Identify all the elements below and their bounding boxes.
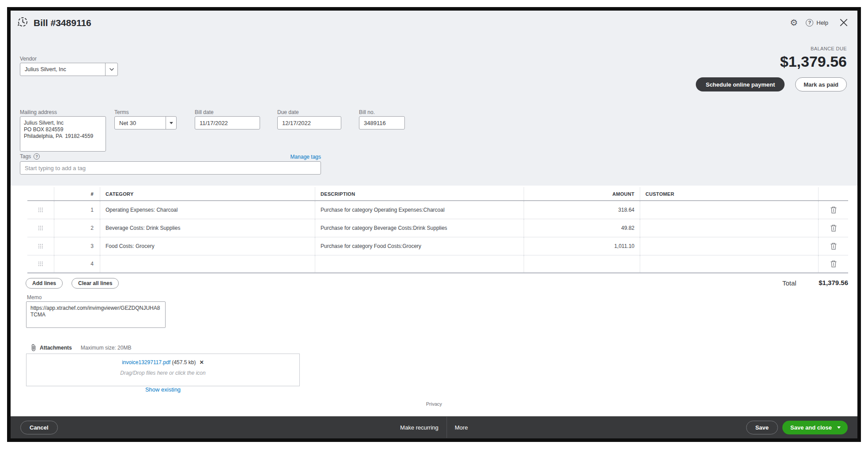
description-cell[interactable]: Purchase for category Food Costs:Grocery	[315, 237, 524, 255]
total-value: $1,379.56	[819, 279, 848, 286]
drag-handle-icon[interactable]	[38, 261, 43, 266]
category-header: CATEGORY	[100, 187, 315, 200]
terms-caret-icon	[166, 117, 176, 129]
save-and-close-button[interactable]: Save and close	[782, 421, 848, 434]
amount-cell[interactable]	[524, 255, 640, 272]
tags-placeholder: Start typing to add a tag	[20, 165, 86, 171]
trash-icon[interactable]	[830, 260, 837, 267]
add-lines-button[interactable]: Add lines	[26, 278, 63, 289]
description-cell[interactable]: Purchase for category Operating Expenses…	[315, 201, 524, 219]
tags-label: Tags	[20, 153, 31, 160]
chevron-down-icon	[105, 63, 117, 76]
due-date-field[interactable]: 12/17/2022	[277, 116, 341, 129]
terms-label: Terms	[114, 109, 129, 115]
gear-icon[interactable]: ⚙	[790, 18, 798, 27]
mark-as-paid-button[interactable]: Mark as paid	[795, 77, 847, 91]
clear-all-lines-button[interactable]: Clear all lines	[72, 278, 119, 289]
more-button[interactable]: More	[455, 424, 468, 431]
top-panel	[11, 11, 857, 186]
remove-attachment-icon[interactable]: ✕	[200, 359, 204, 365]
show-existing-link[interactable]: Show existing	[145, 386, 181, 393]
mailing-address-label: Mailing address	[20, 109, 57, 115]
customer-cell[interactable]	[640, 255, 819, 272]
manage-tags-link[interactable]: Manage tags	[291, 154, 321, 160]
table-header-row: # CATEGORY DESCRIPTION AMOUNT CUSTOMER	[27, 187, 848, 201]
drag-handle-icon[interactable]	[38, 225, 43, 231]
attachment-file-size: (457.5 kb)	[172, 359, 196, 365]
trash-column-header	[819, 187, 848, 200]
footer-bar: Cancel Make recurring More Save Save and…	[11, 416, 857, 438]
amount-cell[interactable]: 49.82	[524, 219, 640, 237]
help-label: Help	[816, 19, 828, 26]
attachment-file-link[interactable]: invoice13297117.pdf	[122, 359, 170, 365]
amount-cell[interactable]: 1,011.10	[524, 237, 640, 255]
due-date-label: Due date	[277, 109, 299, 115]
table-row: 2 Beverage Costs: Drink Supplies Purchas…	[27, 219, 848, 237]
category-cell[interactable]: Food Costs: Grocery	[100, 237, 315, 255]
category-cell[interactable]: Beverage Costs: Drink Supplies	[100, 219, 315, 237]
drag-column-header	[27, 187, 54, 200]
privacy-link[interactable]: Privacy	[426, 401, 442, 407]
due-date-value: 12/17/2022	[278, 120, 341, 126]
bill-no-field[interactable]: 3489116	[359, 116, 405, 129]
dropzone-hint: Drag/Drop files here or click the icon	[26, 370, 299, 376]
footer-divider	[446, 417, 447, 438]
bill-date-label: Bill date	[195, 109, 214, 115]
category-cell[interactable]: Operating Expenses: Charcoal	[100, 201, 315, 219]
attachments-dropzone[interactable]: invoice13297117.pdf (457.5 kb) ✕ Drag/Dr…	[26, 354, 300, 386]
row-number: 2	[54, 219, 100, 237]
customer-cell[interactable]	[640, 219, 819, 237]
terms-value: Net 30	[115, 120, 166, 126]
schedule-online-payment-button[interactable]: Schedule online payment	[696, 77, 785, 91]
drag-handle-icon[interactable]	[38, 207, 43, 213]
num-header: #	[54, 187, 100, 200]
close-icon[interactable]	[839, 18, 849, 27]
bill-date-value: 11/17/2022	[195, 120, 260, 126]
save-and-close-label: Save and close	[790, 424, 832, 431]
amount-cell[interactable]: 318.64	[524, 201, 640, 219]
vendor-label: Vendor	[20, 56, 37, 62]
recent-transactions-icon[interactable]	[17, 16, 29, 30]
bill-window: Bill #3489116 ⚙ ? Help Vendor Julius Sil…	[7, 7, 861, 442]
description-cell[interactable]: Purchase for category Beverage Costs:Dri…	[315, 219, 524, 237]
customer-cell[interactable]	[640, 237, 819, 255]
attachments-label: Attachments	[40, 345, 72, 351]
page-title: Bill #3489116	[34, 18, 91, 28]
tags-help-icon[interactable]: ?	[34, 153, 40, 160]
trash-icon[interactable]	[830, 206, 837, 213]
mailing-address-field[interactable]: Julius Silvert, Inc PO BOX 824559 Philad…	[20, 116, 106, 152]
vendor-select[interactable]: Julius Silvert, Inc	[20, 63, 118, 76]
table-row: 1 Operating Expenses: Charcoal Purchase …	[27, 201, 848, 219]
balance-due-label: BALANCE DUE	[811, 46, 847, 51]
description-cell[interactable]	[315, 255, 524, 272]
bill-no-label: Bill no.	[359, 109, 375, 115]
cancel-button[interactable]: Cancel	[20, 421, 58, 434]
attachments-max-size: Maximum size: 20MB	[81, 345, 132, 351]
terms-select[interactable]: Net 30	[114, 116, 177, 129]
customer-cell[interactable]	[640, 201, 819, 219]
paperclip-icon[interactable]	[30, 344, 36, 351]
help-circle-icon: ?	[806, 19, 813, 27]
table-row: 4	[27, 255, 848, 274]
make-recurring-button[interactable]: Make recurring	[400, 424, 438, 431]
row-number: 4	[54, 255, 100, 272]
memo-label: Memo	[27, 294, 42, 301]
memo-field[interactable]: https://app.xtrachef.com/invimgviewer/GE…	[26, 301, 166, 328]
customer-header: CUSTOMER	[640, 187, 819, 200]
row-number: 1	[54, 201, 100, 219]
trash-icon[interactable]	[830, 224, 837, 232]
line-items-table: # CATEGORY DESCRIPTION AMOUNT CUSTOMER 1…	[27, 187, 848, 274]
category-cell[interactable]	[100, 255, 315, 272]
save-options-caret-icon[interactable]	[837, 426, 841, 429]
drag-handle-icon[interactable]	[38, 244, 43, 249]
bill-no-value: 3489116	[359, 120, 404, 126]
amount-header: AMOUNT	[524, 187, 640, 200]
help-button[interactable]: ? Help	[806, 19, 828, 27]
save-button[interactable]: Save	[746, 421, 778, 434]
total-label: Total	[782, 279, 796, 287]
trash-icon[interactable]	[830, 243, 837, 250]
balance-due-amount: $1,379.56	[780, 53, 847, 70]
vendor-value: Julius Silvert, Inc	[20, 66, 105, 72]
bill-date-field[interactable]: 11/17/2022	[195, 116, 260, 129]
tags-input[interactable]: Start typing to add a tag	[20, 161, 321, 175]
